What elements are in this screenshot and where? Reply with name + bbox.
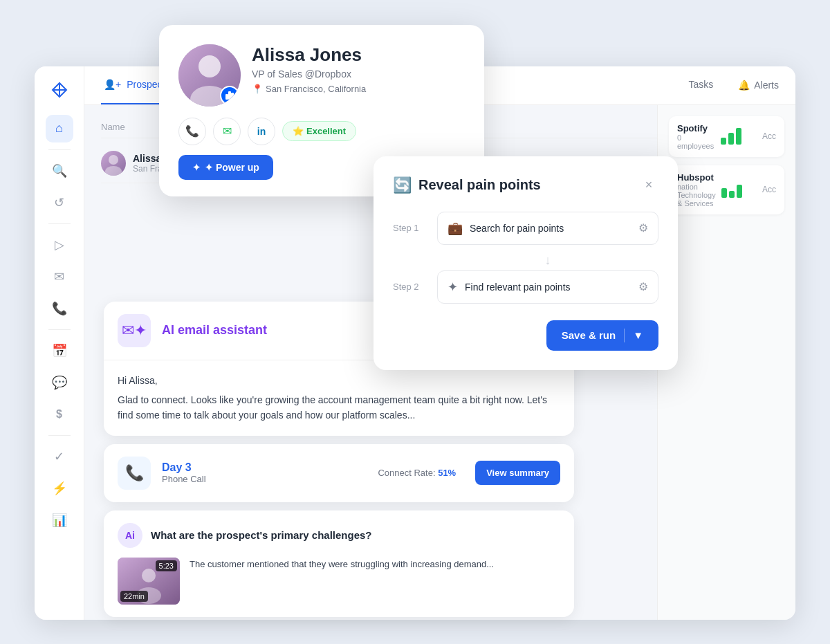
svg-rect-4 xyxy=(225,94,228,100)
ai-avatar: Ai xyxy=(118,523,142,548)
modal-close-button[interactable]: × xyxy=(639,176,658,195)
sidebar-item-campaigns[interactable]: ▷ xyxy=(46,231,73,259)
ai-question-header: Ai What are the prospect's primary chall… xyxy=(118,523,560,548)
hubspot-acc-badge: Acc xyxy=(762,185,776,194)
profile-info: Alissa Jones VP of Sales @Dropbox 📍 San … xyxy=(252,44,465,94)
company-row-hubspot[interactable]: Hubspot nation Technology & Services Acc xyxy=(669,165,784,214)
sidebar-item-tasks[interactable]: ✓ xyxy=(46,443,73,470)
excellent-badge: ⭐ Excellent xyxy=(282,121,356,141)
linkedin-button[interactable]: in xyxy=(248,118,275,145)
ai-question-card: Ai What are the prospect's primary chall… xyxy=(104,510,574,617)
email-button[interactable]: ✉ xyxy=(213,118,241,145)
company-logo-badge xyxy=(220,86,239,105)
step-1-row: Step 1 💼 Search for pain points ⚙ xyxy=(393,212,658,245)
svg-point-8 xyxy=(142,569,156,582)
save-run-button[interactable]: Save & run ▼ xyxy=(546,320,658,351)
tab-tasks[interactable]: Tasks xyxy=(685,66,716,105)
email-body-text: Glad to connect. Looks like you're growi… xyxy=(118,392,560,423)
step-1-box[interactable]: 💼 Search for pain points ⚙ xyxy=(437,212,658,245)
sidebar-item-email[interactable]: ✉ xyxy=(46,263,73,291)
day3-icon: 📞 xyxy=(118,457,151,490)
sidebar-item-calendar[interactable]: 📅 xyxy=(46,337,73,365)
step-2-icon: ✦ xyxy=(448,279,458,295)
step-2-box[interactable]: ✦ Find relevant pain points ⚙ xyxy=(437,270,658,304)
profile-avatar xyxy=(178,44,241,107)
sidebar-item-search[interactable]: 🔍 xyxy=(46,157,73,185)
profile-name: Alissa Jones xyxy=(252,44,465,66)
profile-actions: 📞 ✉ in ⭐ Excellent xyxy=(178,118,465,145)
spotify-chart xyxy=(721,128,748,145)
sidebar: ⌂ 🔍 ↺ ▷ ✉ 📞 📅 💬 xyxy=(35,66,84,620)
ai-question-text: What are the prospect's primary challeng… xyxy=(151,529,372,541)
modal-footer: Save & run ▼ xyxy=(393,320,658,351)
ai-video-row: 5:23 22min The customer mentioned that t… xyxy=(118,558,560,605)
profile-title: VP of Sales @Dropbox xyxy=(252,68,465,80)
step-2-label: Step 2 xyxy=(393,282,426,292)
modal-header: 🔄 Reveal pain points × xyxy=(393,176,658,195)
connect-rate: Connect Rate: 51% xyxy=(378,468,456,478)
sidebar-item-analytics[interactable]: 📊 xyxy=(46,506,73,534)
step-2-text: Find relevant pain points xyxy=(465,282,571,293)
scene: ⌂ 🔍 ↺ ▷ ✉ 📞 📅 💬 xyxy=(35,25,795,620)
ai-video-text: The customer mentioned that they were st… xyxy=(190,558,494,571)
sidebar-item-lightning[interactable]: ⚡ xyxy=(46,475,73,502)
nav-alerts: 🔔 Alerts xyxy=(738,80,779,91)
step-connector: ↓ xyxy=(437,253,658,268)
email-greeting: Hi Alissa, xyxy=(118,373,560,388)
step-2-settings-icon[interactable]: ⚙ xyxy=(638,280,648,293)
day3-card: 📞 Day 3 Phone Call Connect Rate: 51% Vie… xyxy=(104,444,574,502)
sidebar-divider-2 xyxy=(48,223,71,224)
company-row-spotify[interactable]: Spotify 0 employees Acc xyxy=(669,116,784,157)
modal-title: 🔄 Reveal pain points xyxy=(393,176,541,194)
day3-type: Phone Call xyxy=(162,474,367,484)
day3-title: Day 3 xyxy=(162,461,367,474)
sidebar-item-messages[interactable]: 💬 xyxy=(46,369,73,396)
view-summary-button[interactable]: View summary xyxy=(475,461,560,485)
avatar xyxy=(101,151,126,176)
step-1-text: Search for pain points xyxy=(470,223,564,234)
svg-rect-5 xyxy=(228,91,231,100)
spotify-acc-badge: Acc xyxy=(762,131,776,141)
sidebar-divider-4 xyxy=(48,435,71,436)
svg-point-1 xyxy=(105,166,122,176)
profile-top: Alissa Jones VP of Sales @Dropbox 📍 San … xyxy=(178,44,465,107)
reveal-pain-points-modal: 🔄 Reveal pain points × Step 1 💼 Search f… xyxy=(374,156,678,370)
step-1-settings-icon[interactable]: ⚙ xyxy=(638,221,648,234)
ai-email-icon: ✉✦ xyxy=(118,314,151,347)
profile-location: 📍 San Francisco, California xyxy=(252,84,465,94)
day3-info: Day 3 Phone Call xyxy=(162,461,367,484)
svg-rect-6 xyxy=(231,93,234,100)
hubspot-chart xyxy=(721,181,748,198)
step-1-icon: 💼 xyxy=(448,221,463,236)
app-logo[interactable] xyxy=(47,77,72,102)
right-column: Spotify 0 employees Acc Hubspot nation T… xyxy=(657,105,795,620)
video-time-badge: 5:23 xyxy=(156,560,177,571)
sidebar-divider-3 xyxy=(48,329,71,330)
svg-point-0 xyxy=(109,155,118,165)
sidebar-item-deals[interactable]: $ xyxy=(46,401,73,428)
phone-button[interactable]: 📞 xyxy=(178,118,206,145)
video-thumbnail[interactable]: 5:23 22min xyxy=(118,558,180,605)
ai-email-body: Hi Alissa, Glad to connect. Looks like y… xyxy=(104,360,574,436)
step-2-row: Step 2 ✦ Find relevant pain points ⚙ xyxy=(393,270,658,304)
video-duration-badge: 22min xyxy=(120,591,148,602)
sidebar-item-home[interactable]: ⌂ xyxy=(46,115,73,142)
power-up-button[interactable]: ✦ ✦ Power up xyxy=(178,155,273,180)
sidebar-item-refresh[interactable]: ↺ xyxy=(46,189,73,217)
svg-point-2 xyxy=(199,55,221,77)
sidebar-divider-1 xyxy=(48,149,71,150)
step-1-label: Step 1 xyxy=(393,223,426,233)
sidebar-item-calls[interactable]: 📞 xyxy=(46,295,73,322)
